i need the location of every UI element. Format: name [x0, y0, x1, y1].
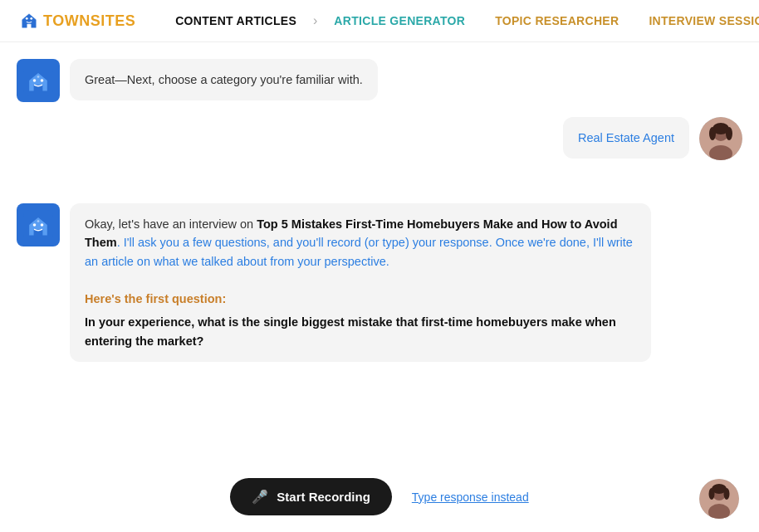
svg-point-1: [30, 17, 32, 20]
bottom-bar: 🎤 Start Recording Type response instead: [0, 466, 759, 532]
bot-msg-2-para1: Okay, let's have an interview on Top 5 M…: [85, 215, 636, 271]
svg-point-11: [726, 127, 732, 140]
svg-point-5: [37, 76, 40, 78]
navbar: TOWNSITES CONTENT ARTICLES › ARTICLE GEN…: [0, 0, 759, 42]
type-instead-button[interactable]: Type response instead: [412, 491, 529, 504]
first-question-text: In your experience, what is the single b…: [85, 313, 636, 350]
svg-point-15: [37, 220, 40, 222]
start-recording-button[interactable]: 🎤 Start Recording: [230, 478, 392, 515]
bot-bubble-1: Great—Next, choose a category you're fam…: [70, 59, 378, 100]
bot-bubble-2: Okay, let's have an interview on Top 5 M…: [70, 203, 651, 362]
bot-message-1: Great—Next, choose a category you're fam…: [0, 59, 759, 102]
nav-interview-session[interactable]: INTERVIEW SESSION: [634, 14, 759, 27]
svg-point-21: [724, 488, 730, 500]
user-avatar-svg-bottom: [699, 479, 739, 519]
svg-point-3: [33, 79, 37, 82]
first-question-label: Here's the first question:: [85, 290, 636, 308]
nav-chevron: ›: [313, 13, 317, 28]
bot-avatar-1: [17, 59, 60, 102]
brand[interactable]: TOWNSITES: [20, 12, 135, 30]
bot-msg-1-text: Great—Next, choose a category you're fam…: [85, 73, 363, 86]
bot-message-2: Okay, let's have an interview on Top 5 M…: [0, 203, 759, 362]
svg-point-4: [41, 79, 44, 82]
svg-point-10: [709, 127, 716, 140]
nav-content-articles[interactable]: CONTENT ARTICLES: [160, 14, 311, 27]
user-msg-1-text: Real Estate Agent: [578, 131, 674, 144]
svg-point-0: [26, 17, 28, 20]
bot-msg-2-continuation: . I'll ask you a few questions, and you'…: [85, 236, 633, 267]
bot-avatar-2: [17, 203, 60, 246]
nav-links: CONTENT ARTICLES › ARTICLE GENERATOR TOP…: [160, 13, 759, 28]
bot-icon-2: [23, 210, 53, 240]
start-recording-label: Start Recording: [277, 490, 370, 504]
svg-point-14: [41, 223, 44, 227]
user-message-1: Real Estate Agent: [0, 117, 759, 160]
user-avatar-bottom: [699, 479, 739, 519]
house-icon: [20, 12, 38, 30]
chat-area: Great—Next, choose a category you're fam…: [0, 42, 759, 445]
user-bubble-1: Real Estate Agent: [563, 117, 689, 159]
bot-icon-1: [23, 66, 53, 95]
user-avatar-1: [699, 117, 742, 160]
svg-point-13: [33, 223, 37, 227]
nav-article-generator[interactable]: ARTICLE GENERATOR: [319, 14, 480, 27]
svg-point-20: [709, 488, 715, 500]
user-avatar-svg-1: [699, 117, 742, 160]
mic-icon: 🎤: [252, 489, 268, 505]
nav-topic-researcher[interactable]: TOPIC RESEARCHER: [480, 14, 634, 27]
brand-name: TOWNSITES: [43, 12, 135, 30]
